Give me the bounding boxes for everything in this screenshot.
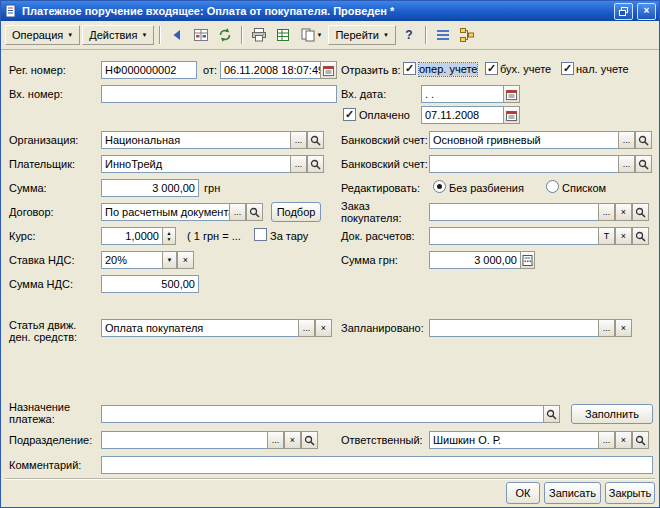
tare-checkbox[interactable]: [254, 228, 267, 241]
organization-ellipsis-button[interactable]: ...: [290, 131, 307, 149]
responsible-ellipsis-button[interactable]: ...: [598, 431, 615, 449]
bank-account-org-ellipsis-button[interactable]: ...: [618, 131, 635, 149]
order-clear-button[interactable]: ×: [615, 203, 632, 221]
calendar-icon: [323, 65, 334, 76]
rate-input[interactable]: 1,0000: [101, 227, 163, 245]
contract-input[interactable]: По расчетным документам: [101, 203, 230, 221]
restore-button[interactable]: [614, 3, 633, 20]
responsible-input[interactable]: Шишкин О. Р.: [429, 431, 599, 449]
reg-date-input[interactable]: 06.11.2008 18:07:49: [220, 61, 321, 79]
calc-doc-open-button[interactable]: [632, 227, 649, 245]
organization-input[interactable]: Национальная: [101, 131, 291, 149]
spinner-up-icon: ▲: [167, 231, 172, 236]
planned-ellipsis-button[interactable]: ...: [598, 319, 615, 337]
oper-uchet-label[interactable]: опер. учете: [419, 63, 477, 76]
purpose-input[interactable]: [101, 405, 544, 423]
bank-account-org-open-button[interactable]: [635, 131, 652, 149]
edit-no-split-radio[interactable]: [433, 180, 446, 193]
nal-uchet-checkbox[interactable]: ✓: [561, 62, 574, 75]
calc-doc-clear-button[interactable]: ×: [615, 227, 632, 245]
save-button[interactable]: Записать: [544, 482, 601, 504]
refresh-button[interactable]: [214, 25, 236, 45]
payer-ellipsis-button[interactable]: ...: [290, 155, 307, 173]
operation-menu-button[interactable]: Операция ▼: [5, 25, 80, 45]
amount-grn-calculator-button[interactable]: [520, 251, 535, 269]
print-button[interactable]: [248, 25, 270, 45]
cash-flow-item-input[interactable]: Оплата покупателя: [101, 319, 299, 337]
department-ellipsis-button[interactable]: ...: [267, 431, 284, 449]
paid-date-calendar-button[interactable]: [503, 106, 520, 124]
paid-date-input[interactable]: 07.11.2008: [421, 106, 504, 124]
edit-list-label[interactable]: Списком: [562, 182, 606, 195]
tare-label[interactable]: За тару: [270, 230, 308, 243]
paid-checkbox[interactable]: ✓: [343, 108, 356, 121]
amount-grn-input[interactable]: 3 000,00: [429, 251, 521, 269]
rate-spinner[interactable]: ▲ ▼: [162, 227, 176, 245]
in-date-input[interactable]: . .: [421, 85, 504, 103]
order-ellipsis-button[interactable]: ...: [598, 203, 615, 221]
subordination-structure-button[interactable]: [456, 25, 478, 45]
restore-icon: [619, 7, 628, 16]
nal-uchet-label[interactable]: нал. учете: [576, 63, 629, 76]
bank-account-payer-input[interactable]: [429, 155, 619, 173]
reg-date-calendar-button[interactable]: [320, 61, 337, 79]
magnifier-icon: [638, 159, 649, 170]
planned-input[interactable]: [429, 319, 599, 337]
copy-button[interactable]: ▼: [296, 25, 326, 45]
paid-label[interactable]: Оплачено: [359, 109, 410, 122]
toolbar-separator: [425, 26, 427, 44]
export-table-button[interactable]: [272, 25, 294, 45]
podbor-button[interactable]: Подбор: [271, 202, 321, 222]
department-input[interactable]: [101, 431, 268, 449]
close-button[interactable]: ×: [637, 3, 656, 20]
vat-amount-input[interactable]: 500,00: [101, 275, 199, 293]
fill-button[interactable]: Заполнить: [571, 404, 653, 424]
organization-open-button[interactable]: [307, 131, 324, 149]
cash-flow-clear-button[interactable]: ×: [315, 319, 332, 337]
payer-input[interactable]: ИнноТрейд: [101, 155, 291, 173]
contract-open-button[interactable]: [246, 203, 263, 221]
actions-menu-button[interactable]: Действия ▼: [82, 25, 154, 45]
vat-rate-input[interactable]: 20%: [101, 251, 163, 269]
order-open-button[interactable]: [632, 203, 649, 221]
close-form-button[interactable]: Закрыть: [605, 482, 655, 504]
planned-clear-button[interactable]: ×: [615, 319, 632, 337]
bank-account-payer-ellipsis-button[interactable]: ...: [618, 155, 635, 173]
oper-uchet-checkbox[interactable]: ✓: [403, 62, 416, 75]
amount-input[interactable]: 3 000,00: [101, 179, 199, 197]
payer-open-button[interactable]: [307, 155, 324, 173]
goto-menu-button[interactable]: Перейти ▼: [328, 25, 396, 45]
magnifier-icon: [249, 207, 260, 218]
responsible-clear-button[interactable]: ×: [615, 431, 632, 449]
responsible-open-button[interactable]: [632, 431, 649, 449]
reg-number-input[interactable]: НФ000000002: [101, 61, 197, 79]
actions-menu-label: Действия: [89, 29, 137, 41]
bank-account-org-input[interactable]: Основной гривневый: [429, 131, 619, 149]
help-button[interactable]: ?: [398, 25, 420, 45]
department-clear-button[interactable]: ×: [284, 431, 301, 449]
document-postings-button[interactable]: [190, 25, 212, 45]
edit-list-radio[interactable]: [546, 180, 559, 193]
in-number-input[interactable]: [101, 85, 337, 103]
bank-account-payer-open-button[interactable]: [635, 155, 652, 173]
magnifier-icon: [310, 159, 321, 170]
vat-rate-clear-button[interactable]: ×: [177, 251, 194, 269]
vat-rate-label: Ставка НДС:: [9, 254, 74, 267]
comment-input[interactable]: [101, 456, 653, 474]
contract-ellipsis-button[interactable]: ...: [229, 203, 246, 221]
in-date-calendar-button[interactable]: [503, 85, 520, 103]
buh-uchet-label[interactable]: бух. учете: [500, 63, 551, 76]
document-movements-button[interactable]: [432, 25, 454, 45]
back-button[interactable]: [166, 25, 188, 45]
calc-doc-input[interactable]: [429, 227, 599, 245]
edit-no-split-label[interactable]: Без разбиения: [449, 182, 524, 195]
vat-rate-dropdown-button[interactable]: ▼: [162, 251, 177, 269]
cash-flow-ellipsis-button[interactable]: ...: [298, 319, 315, 337]
calc-doc-type-button[interactable]: Т: [598, 227, 615, 245]
department-open-button[interactable]: [301, 431, 318, 449]
purpose-open-button[interactable]: [543, 405, 560, 423]
buh-uchet-checkbox[interactable]: ✓: [485, 62, 498, 75]
order-input[interactable]: [429, 203, 599, 221]
contract-label: Договор:: [9, 206, 54, 219]
ok-button[interactable]: ОК: [506, 482, 540, 504]
